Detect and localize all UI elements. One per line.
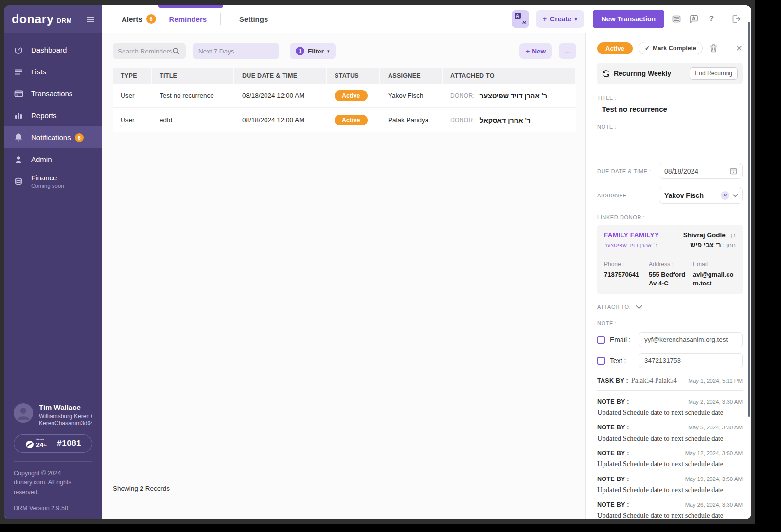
scrollbar[interactable] — [748, 22, 750, 417]
cell-status: Active — [327, 86, 380, 106]
sidebar-item-notifications[interactable]: Notifications 6 — [4, 126, 102, 148]
date-range-filter[interactable] — [193, 43, 279, 59]
donor-hebrew-name[interactable]: ר' אהרן דויד שפיטצער — [604, 242, 659, 248]
note-history-entry: NOTE BY : May 26, 2024, 3:30 AM Updated … — [597, 501, 743, 519]
divider — [724, 13, 724, 25]
reports-icon — [14, 111, 23, 121]
account-number-pill[interactable]: donate 24 hr #1081 — [14, 434, 92, 453]
donary-logo[interactable]: donary — [12, 12, 53, 26]
user-name: Tim Wallace — [39, 403, 92, 411]
note-history-entry: NOTE BY : May 2, 2024, 3:30 AM Updated S… — [597, 398, 743, 417]
language-toggle-icon[interactable]: Aא — [512, 10, 529, 28]
search-box[interactable] — [113, 43, 186, 59]
close-icon[interactable]: ✕ — [736, 43, 743, 53]
coming-soon-label: Coming soon — [31, 183, 64, 189]
cell-type: User — [113, 111, 152, 128]
news-icon[interactable] — [671, 14, 682, 24]
assignee-select[interactable]: Yakov Fisch ✕ — [659, 187, 743, 204]
sidebar-item-label: Dashboard — [31, 46, 67, 54]
desktop-background: donary DRM Dashboard Lists Tra — [0, 0, 755, 524]
chevron-down-icon — [732, 194, 738, 197]
help-icon[interactable]: ? — [706, 14, 717, 24]
feedback-icon[interactable] — [689, 14, 699, 24]
note-empty-area[interactable] — [597, 130, 743, 155]
search-input[interactable] — [118, 48, 172, 55]
column-header-assignee[interactable]: ASSIGNEE — [380, 68, 443, 84]
content-row: 1 Filter ▾ + New ... TYPE TITLE DUE DATE… — [102, 33, 751, 519]
cell-due: 08/18/2024 12:00 AM — [234, 111, 327, 128]
column-header-title[interactable]: TITLE — [152, 68, 234, 84]
sidebar-item-reports[interactable]: Reports — [4, 105, 102, 126]
user-card[interactable]: Tim Wallace Williamsburg Keren Chasanim … — [14, 403, 92, 426]
note-by-text: Updated Schedule date to next schedule d… — [597, 434, 743, 443]
status-badge: Active — [597, 42, 633, 54]
date-range-input[interactable] — [198, 48, 273, 55]
linked-donor-card[interactable]: FAMILY FAMILYY ר' אהרן דויד שפיטצער בן :… — [597, 225, 743, 294]
cell-assignee: Palak Pandya — [380, 111, 443, 128]
column-header-due[interactable]: DUE DATE & TIME — [234, 68, 327, 84]
create-button[interactable]: + Create ▾ — [536, 10, 584, 28]
column-header-attached[interactable]: ATTACHED TO — [443, 68, 576, 84]
more-options-button[interactable]: ... — [559, 43, 576, 59]
new-transaction-button[interactable]: New Transaction — [593, 10, 664, 28]
email-input[interactable] — [639, 332, 743, 347]
text-checkbox[interactable] — [597, 357, 605, 365]
menu-toggle-icon[interactable] — [87, 17, 94, 22]
reminder-detail-panel: Active ✓ Mark Complete ✕ Recurring Weekl… — [585, 33, 751, 519]
drm-logo-suffix: DRM — [57, 18, 71, 24]
phone-input[interactable] — [639, 353, 743, 368]
sidebar-item-dashboard[interactable]: Dashboard — [4, 39, 102, 61]
recurring-bar: Recurring Weekly End Recurring — [597, 63, 743, 84]
filter-button[interactable]: 1 Filter ▾ — [290, 43, 336, 59]
text-checkbox-label: Text : — [610, 357, 635, 365]
sidebar-nav: Dashboard Lists Transactions Reports — [4, 39, 102, 192]
lists-icon — [14, 67, 23, 77]
table-row[interactable]: User Test no recurrence 08/18/2024 12:00… — [113, 84, 576, 108]
delete-icon[interactable] — [710, 44, 718, 53]
reminders-table: TYPE TITLE DUE DATE & TIME STATUS ASSIGN… — [113, 68, 576, 132]
due-date-row: DUE DATE & TIME : — [597, 163, 743, 179]
check-icon: ✓ — [645, 45, 650, 52]
mark-complete-button[interactable]: ✓ Mark Complete — [639, 42, 703, 54]
donor-family-name[interactable]: FAMILY FAMILYY — [604, 231, 659, 239]
assignee-value: Yakov Fisch — [664, 192, 721, 199]
end-recurring-button[interactable]: End Recurring — [690, 67, 738, 80]
cell-assignee: Yakov Fisch — [380, 87, 443, 104]
note-by-text: Updated Schedule date to next schedule d… — [597, 460, 743, 468]
phone-label: Phone : — [604, 261, 643, 267]
topbar-actions: Aא + Create ▾ New Transaction ? — [512, 10, 742, 28]
cell-title: Test no recurrence — [152, 87, 234, 104]
tab-settings[interactable]: Settings — [239, 15, 268, 23]
tab-alerts[interactable]: Alerts 6 — [122, 14, 156, 24]
email-checkbox[interactable] — [597, 336, 605, 344]
chevron-down-icon[interactable] — [636, 305, 642, 309]
divider — [604, 256, 736, 256]
donor-relation-soninlaw: חתן : ר' צבי פיש — [683, 241, 736, 248]
sidebar-item-lists[interactable]: Lists — [4, 61, 102, 83]
tab-reminders[interactable]: Reminders — [169, 15, 207, 23]
status-badge: Active — [335, 115, 368, 125]
due-date-field[interactable] — [659, 163, 743, 179]
phone-value: 7187570641 — [604, 270, 643, 279]
calendar-icon[interactable] — [730, 167, 737, 175]
note-by-label: NOTE BY : — [597, 398, 629, 405]
sidebar-item-admin[interactable]: Admin — [4, 148, 102, 170]
new-reminder-button[interactable]: + New — [519, 43, 552, 59]
task-by-name: Palak54 Palak54 — [631, 377, 677, 385]
attach-to-row[interactable]: ATTACH TO: — [597, 304, 743, 310]
cell-type: User — [113, 87, 152, 104]
sidebar: donary DRM Dashboard Lists Tra — [4, 5, 102, 519]
column-header-type[interactable]: TYPE — [113, 68, 152, 84]
sidebar-item-transactions[interactable]: Transactions — [4, 83, 102, 105]
logout-icon[interactable] — [731, 14, 742, 24]
detail-header: Active ✓ Mark Complete ✕ — [597, 42, 743, 54]
remove-assignee-icon[interactable]: ✕ — [721, 191, 729, 200]
due-date-input[interactable] — [664, 167, 730, 175]
column-header-status[interactable]: STATUS — [327, 68, 380, 84]
note-by-date: May 5, 2024, 3:30 AM — [688, 425, 743, 430]
sidebar-item-finance[interactable]: Finance Coming soon — [4, 170, 102, 192]
cell-title: edfd — [152, 111, 234, 128]
table-row[interactable]: User edfd 08/18/2024 12:00 AM Active Pal… — [113, 108, 576, 132]
cell-due: 08/18/2024 12:00 AM — [234, 87, 327, 104]
chevron-down-icon: ▾ — [327, 49, 330, 53]
